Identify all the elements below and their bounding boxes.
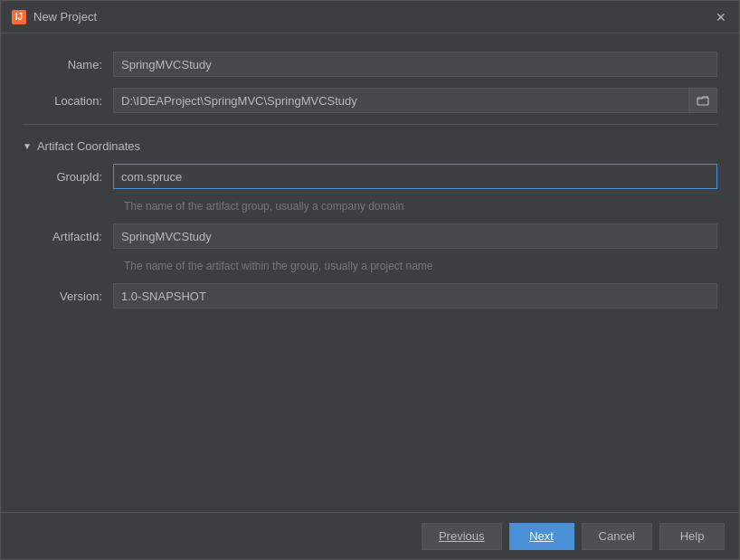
groupid-label: GroupId:: [23, 170, 113, 184]
location-input[interactable]: [113, 88, 689, 113]
title-bar-left: IJ New Project: [12, 10, 97, 24]
version-row: Version:: [23, 283, 717, 308]
artifact-section-title: Artifact Coordinates: [37, 139, 140, 153]
artifactid-row: ArtifactId:: [23, 223, 717, 249]
location-input-group: [113, 88, 717, 113]
dialog-title: New Project: [33, 10, 97, 24]
groupid-field: [113, 164, 717, 189]
location-field: [113, 88, 717, 113]
new-project-dialog: IJ New Project ✕ Name: Location:: [0, 0, 740, 560]
section-toggle-icon[interactable]: ▼: [23, 141, 32, 151]
groupid-input[interactable]: [113, 164, 717, 189]
groupid-row: GroupId:: [23, 164, 717, 189]
groupid-hint: The name of the artifact group, usually …: [124, 200, 717, 213]
location-label: Location:: [23, 94, 113, 108]
browse-button[interactable]: [689, 88, 717, 113]
folder-icon: [697, 94, 709, 107]
artifactid-input[interactable]: [113, 223, 717, 249]
close-button[interactable]: ✕: [714, 10, 728, 24]
previous-button-label: Previous: [439, 529, 485, 543]
help-button[interactable]: Help: [659, 523, 725, 550]
help-button-label: Help: [680, 529, 705, 543]
next-button[interactable]: Next: [509, 523, 574, 550]
app-icon: IJ: [12, 10, 26, 24]
name-row: Name:: [23, 52, 717, 77]
version-label: Version:: [23, 289, 113, 303]
bottom-bar: Previous Next Cancel Help: [1, 512, 739, 559]
name-label: Name:: [23, 58, 113, 71]
artifact-section-header: ▼ Artifact Coordinates: [23, 139, 717, 153]
next-button-label: Next: [529, 529, 554, 543]
title-bar: IJ New Project ✕: [1, 1, 739, 33]
name-input[interactable]: [113, 52, 717, 77]
divider: [23, 124, 717, 125]
previous-button[interactable]: Previous: [422, 523, 502, 550]
cancel-button[interactable]: Cancel: [582, 523, 652, 550]
cancel-button-label: Cancel: [599, 529, 635, 543]
dialog-content: Name: Location:: [1, 33, 739, 512]
artifactid-field: [113, 223, 717, 249]
artifactid-label: ArtifactId:: [23, 230, 113, 243]
location-row: Location:: [23, 88, 717, 113]
artifactid-hint: The name of the artifact within the grou…: [124, 260, 717, 272]
name-field: [113, 52, 717, 77]
version-field: [113, 283, 717, 308]
version-input[interactable]: [113, 283, 717, 308]
